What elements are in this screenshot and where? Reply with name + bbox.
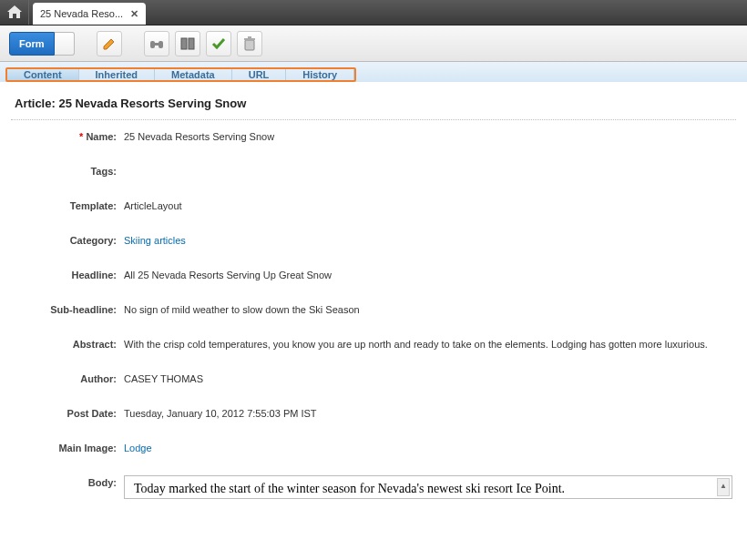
divider	[11, 119, 736, 120]
home-icon	[7, 5, 22, 18]
trash-icon	[243, 36, 256, 51]
edit-button[interactable]	[97, 31, 122, 56]
value-body: Today marked the start of the winter sea…	[134, 482, 565, 495]
compare-icon	[180, 37, 195, 50]
row-template: Template: ArticleLayout	[15, 199, 732, 213]
binoculars-button[interactable]	[144, 31, 169, 56]
binoculars-icon	[149, 37, 164, 50]
row-name: * Name: 25 Nevada Resorts Serving Snow	[15, 129, 732, 144]
tab-url[interactable]: URL	[232, 69, 287, 80]
row-postdate: Post Date: Tuesday, January 10, 2012 7:5…	[15, 406, 732, 421]
svg-rect-3	[181, 38, 187, 49]
scrollbar[interactable]: ▲	[717, 478, 730, 496]
row-subheadline: Sub-headline: No sign of mild weather to…	[15, 302, 732, 317]
label-subheadline: Sub-headline:	[15, 302, 124, 317]
article-heading: Article: 25 Nevada Resorts Serving Snow	[0, 82, 747, 119]
tab-inherited[interactable]: Inherited	[79, 69, 155, 80]
value-headline: All 25 Nevada Resorts Serving Up Great S…	[124, 268, 732, 282]
label-headline: Headline:	[15, 268, 124, 282]
row-headline: Headline: All 25 Nevada Resorts Serving …	[15, 268, 732, 282]
titlebar: 25 Nevada Reso... ✕	[0, 0, 747, 25]
compare-button[interactable]	[175, 31, 200, 56]
label-name: Name:	[86, 131, 117, 142]
value-subheadline: No sign of mild weather to slow down the…	[124, 302, 732, 317]
label-tags: Tags:	[15, 164, 124, 178]
pencil-icon	[102, 36, 117, 51]
svg-rect-5	[245, 40, 254, 50]
document-tab[interactable]: 25 Nevada Reso... ✕	[33, 3, 146, 25]
svg-rect-7	[248, 36, 251, 38]
row-mainimage: Main Image: Lodge	[15, 441, 732, 455]
home-button[interactable]	[0, 0, 29, 25]
check-icon	[211, 37, 226, 50]
form-alt-button[interactable]	[55, 32, 75, 56]
form-button[interactable]: Form	[9, 32, 55, 56]
value-category[interactable]: Skiing articles	[124, 233, 732, 248]
tab-metadata[interactable]: Metadata	[155, 69, 232, 80]
value-abstract: With the crisp cold temperatures, you kn…	[124, 337, 732, 351]
close-icon[interactable]: ✕	[130, 8, 138, 20]
subtab-highlight: Content Inherited Metadata URL History	[5, 67, 356, 82]
delete-button[interactable]	[237, 31, 262, 56]
heading-prefix: Article:	[15, 97, 58, 110]
value-author: CASEY THOMAS	[124, 372, 732, 386]
body-editor[interactable]: Today marked the start of the winter sea…	[124, 475, 732, 499]
row-tags: Tags:	[15, 164, 732, 178]
tab-content[interactable]: Content	[7, 69, 79, 80]
toolbar: Form	[0, 25, 747, 62]
value-postdate: Tuesday, January 10, 2012 7:55:03 PM IST	[124, 406, 732, 421]
approve-button[interactable]	[206, 31, 231, 56]
label-category: Category:	[15, 233, 124, 248]
row-author: Author: CASEY THOMAS	[15, 372, 732, 386]
label-abstract: Abstract:	[15, 337, 124, 351]
heading-title: 25 Nevada Resorts Serving Snow	[58, 97, 246, 110]
svg-rect-6	[244, 38, 255, 40]
svg-rect-4	[189, 38, 194, 49]
value-name: 25 Nevada Resorts Serving Snow	[124, 129, 732, 144]
tab-history[interactable]: History	[286, 69, 354, 80]
label-template: Template:	[15, 199, 124, 213]
svg-rect-0	[150, 41, 155, 48]
label-body: Body:	[15, 475, 124, 490]
tab-title: 25 Nevada Reso...	[40, 8, 123, 19]
row-abstract: Abstract: With the crisp cold temperatur…	[15, 337, 732, 351]
svg-rect-1	[159, 41, 163, 48]
value-template: ArticleLayout	[124, 199, 732, 213]
label-postdate: Post Date:	[15, 406, 124, 421]
form-area: * Name: 25 Nevada Resorts Serving Snow T…	[0, 129, 747, 499]
svg-rect-2	[155, 43, 159, 46]
label-mainimage: Main Image:	[15, 441, 124, 455]
label-author: Author:	[15, 372, 124, 386]
value-mainimage[interactable]: Lodge	[124, 441, 732, 455]
row-body: Body: Today marked the start of the wint…	[15, 475, 732, 499]
row-category: Category: Skiing articles	[15, 233, 732, 248]
